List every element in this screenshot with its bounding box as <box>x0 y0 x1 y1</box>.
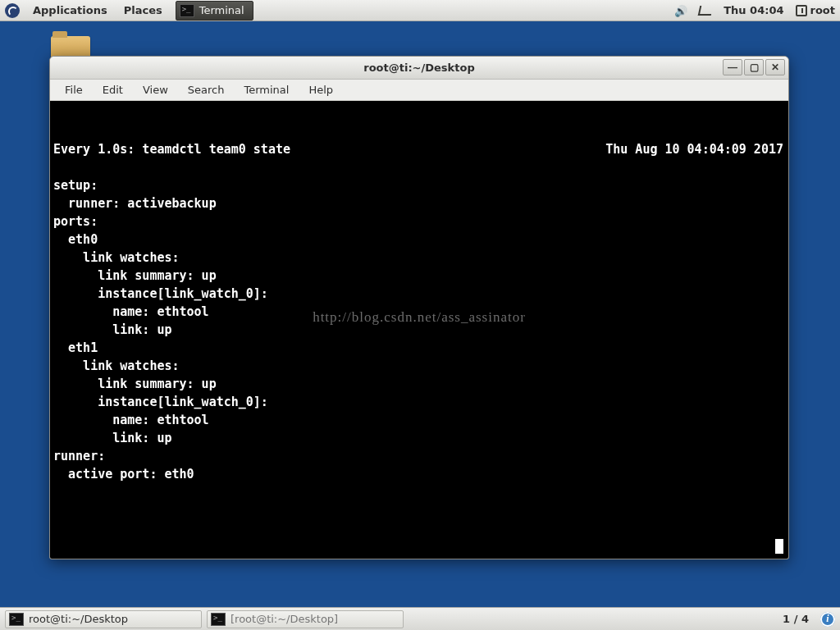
user-menu[interactable]: root <box>796 4 836 16</box>
taskbar-entry-1-label: root@ti:~/Desktop <box>29 613 128 625</box>
menu-applications[interactable]: Applications <box>25 0 116 21</box>
window-title: root@ti:~/Desktop <box>50 62 788 74</box>
top-panel-left: Applications Places Terminal <box>3 0 253 21</box>
clock[interactable]: Thu 04:04 <box>724 4 783 16</box>
taskbar-active-terminal[interactable]: Terminal <box>176 1 253 21</box>
menu-help[interactable]: Help <box>300 80 341 101</box>
terminal-icon <box>9 613 24 626</box>
volume-icon[interactable] <box>674 5 687 16</box>
network-icon[interactable] <box>698 6 714 16</box>
workspace-indicator[interactable]: 1 / 4 <box>776 613 815 625</box>
watch-timestamp: Thu Aug 10 04:04:09 2017 <box>605 140 783 158</box>
power-icon <box>796 5 807 16</box>
menu-terminal[interactable]: Terminal <box>235 80 297 101</box>
window-controls: — ▢ ✕ <box>723 59 785 75</box>
window-titlebar[interactable]: root@ti:~/Desktop — ▢ ✕ <box>50 57 788 80</box>
menu-edit[interactable]: Edit <box>94 80 131 101</box>
window-minimize-button[interactable]: — <box>723 59 742 75</box>
distro-logo-icon[interactable] <box>5 3 20 18</box>
terminal-icon <box>180 4 194 17</box>
terminal-icon <box>211 613 226 626</box>
user-name: root <box>810 4 836 16</box>
watch-header: Every 1.0s: teamdctl team0 stateThu Aug … <box>53 140 783 158</box>
watch-command: Every 1.0s: teamdctl team0 state <box>53 140 290 158</box>
top-panel: Applications Places Terminal Thu 04:04 r… <box>0 0 840 21</box>
terminal-viewport[interactable]: Every 1.0s: teamdctl team0 stateThu Aug … <box>50 101 788 559</box>
info-icon[interactable]: i <box>820 612 835 627</box>
menu-search[interactable]: Search <box>180 80 233 101</box>
bottom-panel: root@ti:~/Desktop [root@ti:~/Desktop] 1 … <box>0 607 840 630</box>
menu-file[interactable]: File <box>57 80 91 101</box>
terminal-cursor <box>775 539 783 554</box>
taskbar-entry-2[interactable]: [root@ti:~/Desktop] <box>207 610 404 628</box>
terminal-window: root@ti:~/Desktop — ▢ ✕ File Edit View S… <box>49 56 789 559</box>
terminal-output: setup: runner: activebackup ports: eth0 … <box>53 158 783 483</box>
window-maximize-button[interactable]: ▢ <box>744 59 764 75</box>
taskbar-entry-2-label: [root@ti:~/Desktop] <box>231 613 338 625</box>
terminal-menubar: File Edit View Search Terminal Help <box>50 80 788 101</box>
taskbar-entry-1[interactable]: root@ti:~/Desktop <box>5 610 202 628</box>
menu-places[interactable]: Places <box>116 0 171 21</box>
top-panel-right: Thu 04:04 root <box>674 4 837 16</box>
menu-view[interactable]: View <box>135 80 176 101</box>
window-close-button[interactable]: ✕ <box>765 59 785 75</box>
taskbar-active-label: Terminal <box>199 4 244 16</box>
